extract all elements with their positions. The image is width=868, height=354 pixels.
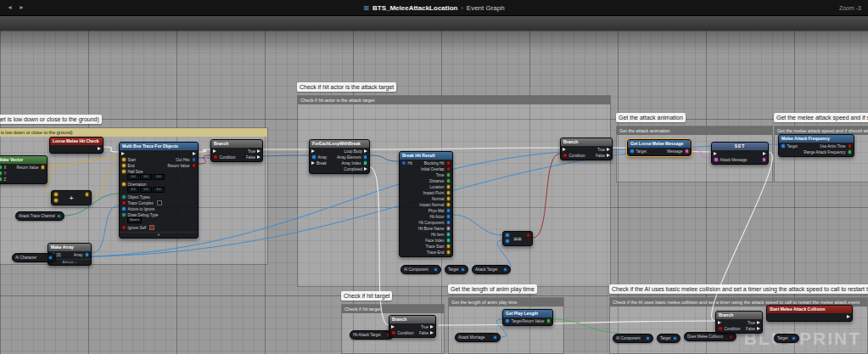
exec-pin[interactable] (311, 149, 327, 154)
node-header[interactable]: Branch (389, 316, 435, 323)
target-pin[interactable]: Target (505, 318, 521, 323)
data-pin-icon[interactable] (505, 318, 510, 323)
data-pin-icon[interactable] (363, 160, 368, 166)
return-value-pin[interactable]: Return Value (17, 165, 45, 170)
data-pin-icon[interactable] (848, 143, 853, 149)
data-pin-icon[interactable] (53, 198, 59, 203)
true-pin[interactable]: True (419, 324, 434, 329)
exec-pin[interactable] (563, 147, 585, 152)
data-pin-icon[interactable] (781, 143, 786, 149)
data-pin-icon[interactable] (121, 212, 126, 217)
x-pin[interactable]: X (0, 165, 7, 170)
false-pin[interactable]: False (596, 153, 610, 158)
pill-attack-trace-channel[interactable]: Attack Trace Channel (15, 211, 64, 221)
comment-check-if-hit-target-label[interactable]: Check if hit target (341, 291, 392, 301)
message-pin[interactable]: Message (667, 149, 689, 154)
exec-pin-icon[interactable] (311, 149, 315, 153)
exec-pin-icon[interactable] (430, 331, 434, 334)
data-pin-icon[interactable] (461, 267, 466, 273)
false-pin[interactable]: False (246, 155, 260, 160)
data-pin-icon[interactable] (505, 233, 510, 238)
value-field[interactable]: 0.0 (153, 187, 165, 193)
wire[interactable] (104, 147, 119, 152)
exec-pin[interactable] (714, 151, 748, 156)
data-pin-icon[interactable] (363, 155, 368, 160)
exec-pin-icon[interactable] (563, 148, 566, 151)
exec-pin-icon[interactable] (757, 327, 760, 330)
array-element-pin[interactable]: Array Element (337, 155, 367, 160)
data-pin-icon[interactable] (446, 226, 451, 231)
false-pin[interactable]: False (746, 326, 760, 331)
wire[interactable] (692, 149, 711, 158)
data-pin-icon[interactable] (41, 165, 46, 170)
true-pin[interactable]: True (746, 320, 760, 325)
data-pin-icon[interactable] (192, 163, 197, 168)
exec-pin[interactable] (524, 233, 531, 238)
z-pin[interactable]: Z (0, 177, 7, 182)
data-pin-icon[interactable] (121, 206, 126, 211)
node-branch-2[interactable]: BranchConditionTrueFalse (560, 138, 613, 160)
graph-canvas[interactable]: BLUEPRINT Check target is low down or cl… (0, 31, 868, 354)
y-pin[interactable]: Y (0, 171, 7, 176)
exec-pin[interactable] (96, 146, 101, 151)
exec-pin[interactable] (168, 151, 196, 156)
node-branch-1[interactable]: BranchConditionTrueFalse (210, 139, 263, 162)
exec-pin[interactable] (505, 239, 512, 244)
pill-ai-component-2[interactable]: AI Component (613, 334, 653, 343)
data-pin-icon[interactable] (718, 326, 723, 331)
exec-pin-icon[interactable] (364, 149, 367, 153)
data-pin-icon[interactable] (714, 157, 719, 162)
node-header[interactable]: Start Melee Attack Collision (767, 306, 852, 313)
comment-get-melee-attack-speed-label[interactable]: Get the melee attack speed and if should… (774, 113, 868, 122)
wire[interactable] (533, 154, 560, 238)
data-pin-icon[interactable] (446, 202, 451, 207)
data-pin-icon[interactable] (446, 244, 451, 249)
exec-pin-icon[interactable] (257, 155, 260, 159)
data-pin-icon[interactable] (685, 149, 690, 154)
return-value-pin[interactable]: Return Value (168, 163, 196, 168)
node-melee-attack-frequency[interactable]: Melee Attack FrequencyTargetUse Anim Tim… (778, 134, 854, 157)
false-pin[interactable]: False (419, 330, 434, 335)
node-header[interactable]: Get Loose Melee Message (628, 140, 691, 148)
data-pin-icon[interactable] (493, 335, 498, 340)
array-pin[interactable]: Array (311, 155, 327, 160)
wire[interactable] (199, 155, 210, 164)
node-add-vector[interactable]: + (51, 190, 92, 205)
asset-name[interactable]: BTS_MeleeAttackLocation (372, 4, 457, 12)
node-header[interactable]: ForEachLoopWithBreak (310, 140, 369, 148)
array-pin[interactable]: Array (74, 252, 89, 257)
exec-pin-icon[interactable] (98, 147, 101, 150)
node-footer[interactable]: ▼ (120, 232, 198, 238)
use-anim-time-pin[interactable]: Use Anim Time (804, 143, 852, 149)
time-pin[interactable]: Time (418, 172, 451, 177)
trace-end-pin[interactable]: Trace End (418, 250, 451, 255)
data-pin-icon[interactable] (192, 157, 197, 162)
draw-debug-type-pin[interactable]: Draw Debug Type (121, 212, 165, 217)
out-hits-pin[interactable]: Out Hits (168, 157, 196, 162)
loop-body-pin[interactable]: Loop Body (337, 149, 367, 154)
data-pin-icon[interactable] (646, 336, 651, 341)
exec-pin[interactable] (53, 198, 60, 203)
node-header[interactable]: Break Hit Result (400, 152, 452, 160)
data-pin-icon[interactable] (762, 157, 767, 162)
distance-pin[interactable]: Distance (418, 178, 451, 183)
data-pin-icon[interactable] (848, 149, 853, 155)
node-set-attack-message[interactable]: SETAttack Message (711, 142, 769, 165)
data-pin-icon[interactable] (391, 330, 396, 335)
wire[interactable] (712, 152, 773, 321)
node-loose-melee-hit-check[interactable]: Loose Melee Hit Check (49, 137, 104, 154)
data-pin-icon[interactable] (446, 232, 451, 237)
data-pin-icon[interactable] (673, 336, 678, 341)
pill-ai-component[interactable]: AI Component (400, 265, 441, 274)
exec-pin[interactable] (760, 157, 767, 162)
phys-mat-pin[interactable]: Phys Mat (418, 208, 451, 213)
data-pin-icon[interactable] (0, 171, 3, 176)
data-pin-icon[interactable] (446, 220, 451, 225)
node-start-melee-attack-collision[interactable]: Start Melee Attack Collision (766, 305, 853, 322)
data-pin-icon[interactable] (630, 149, 635, 154)
data-pin-icon[interactable] (85, 252, 90, 257)
pill-target-3[interactable]: Target (774, 334, 799, 343)
exec-pin-icon[interactable] (607, 154, 610, 157)
data-pin-icon[interactable] (48, 256, 53, 261)
data-pin-icon[interactable] (526, 233, 531, 238)
